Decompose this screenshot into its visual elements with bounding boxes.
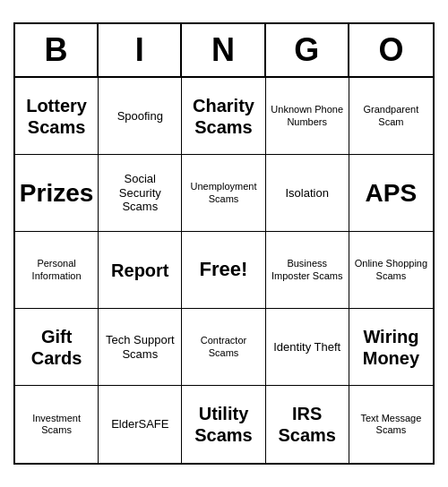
bingo-cell-20: Investment Scams [15,386,99,463]
bingo-cell-23: IRS Scams [266,386,349,463]
bingo-cell-4: Grandparent Scam [349,78,433,155]
bingo-cell-14: Online Shopping Scams [349,232,433,309]
bingo-cell-9: APS [349,155,433,232]
bingo-cell-15: Gift Cards [15,309,99,386]
bingo-cell-21: ElderSAFE [99,386,182,463]
header-letter-n: N [182,24,265,76]
bingo-card: BINGO Lottery ScamsSpoofingCharity Scams… [13,22,435,465]
bingo-header: BINGO [15,24,433,78]
bingo-cell-0: Lottery Scams [15,78,99,155]
bingo-cell-7: Unemployment Scams [182,155,265,232]
bingo-cell-19: Wiring Money [349,309,433,386]
bingo-cell-17: Contractor Scams [182,309,265,386]
bingo-cell-11: Report [99,232,182,309]
bingo-cell-1: Spoofing [99,78,182,155]
bingo-cell-13: Business Imposter Scams [266,232,349,309]
bingo-cell-22: Utility Scams [182,386,265,463]
header-letter-o: O [349,24,433,76]
bingo-cell-3: Unknown Phone Numbers [266,78,349,155]
header-letter-b: B [15,24,99,76]
header-letter-g: G [266,24,349,76]
bingo-cell-8: Isolation [266,155,349,232]
bingo-cell-18: Identity Theft [266,309,349,386]
bingo-cell-10: Personal Information [15,232,99,309]
bingo-cell-24: Text Message Scams [349,386,433,463]
bingo-grid: Lottery ScamsSpoofingCharity ScamsUnknow… [15,78,433,463]
bingo-cell-6: Social Security Scams [99,155,182,232]
bingo-cell-2: Charity Scams [182,78,265,155]
bingo-cell-12: Free! [182,232,265,309]
bingo-cell-5: Prizes [15,155,99,232]
bingo-cell-16: Tech Support Scams [99,309,182,386]
header-letter-i: I [99,24,182,76]
